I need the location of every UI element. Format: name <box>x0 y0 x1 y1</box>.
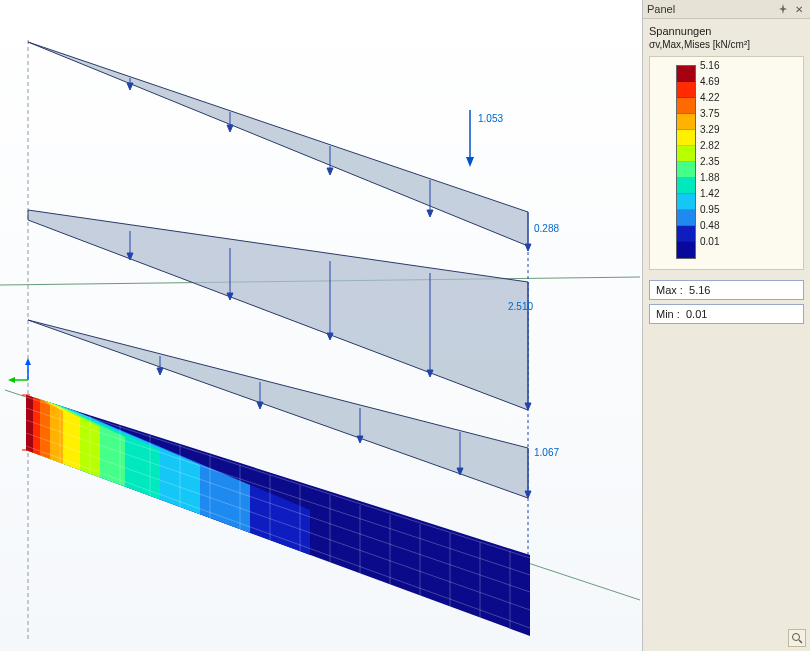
svg-marker-35 <box>357 436 363 443</box>
legend-value: 5.16 <box>700 57 719 73</box>
color-seg <box>677 194 695 210</box>
svg-marker-31 <box>157 368 163 375</box>
legend-unit: [kN/cm²] <box>713 39 750 50</box>
stat-max-value: 5.16 <box>689 284 710 296</box>
legend-value: 1.42 <box>700 185 719 201</box>
load-value-bottom: 1.067 <box>534 447 559 458</box>
color-seg <box>677 82 695 98</box>
viewport-3d[interactable]: 1.053 0.288 2.51 <box>0 0 642 651</box>
color-seg <box>677 98 695 114</box>
legend-box: 5.16 4.69 4.22 3.75 3.29 2.82 2.35 1.88 … <box>649 56 804 270</box>
legend-value: 3.29 <box>700 121 719 137</box>
stat-min: Min : 0.01 <box>649 304 804 324</box>
svg-marker-1 <box>25 358 31 365</box>
load-value-top: 1.053 <box>478 113 503 124</box>
color-seg <box>677 210 695 226</box>
svg-marker-12 <box>427 210 433 217</box>
color-seg <box>677 226 695 242</box>
color-seg <box>677 162 695 178</box>
axis-triad <box>8 358 31 383</box>
legend-value: 0.95 <box>700 201 719 217</box>
legend-subtitle: σv,Max,Mises [kN/cm²] <box>649 39 804 50</box>
legend-value: 1.88 <box>700 169 719 185</box>
color-bar <box>676 65 696 259</box>
legend-title: Spannungen <box>649 25 804 37</box>
color-seg <box>677 178 695 194</box>
panel-title: Panel <box>647 3 774 15</box>
stress-contour-plot <box>22 390 530 636</box>
svg-marker-4 <box>28 42 528 246</box>
svg-marker-8 <box>227 125 233 132</box>
legend-value: 0.01 <box>700 233 719 249</box>
svg-marker-15 <box>466 157 474 167</box>
color-seg <box>677 66 695 82</box>
stat-max-label: Max : <box>656 284 683 296</box>
color-seg <box>677 146 695 162</box>
zoom-icon[interactable] <box>788 629 806 647</box>
legend-value: 2.82 <box>700 137 719 153</box>
svg-marker-10 <box>327 168 333 175</box>
stat-min-label: Min : <box>656 308 680 320</box>
stat-min-value: 0.01 <box>686 308 707 320</box>
panel-footer <box>643 625 810 651</box>
close-icon[interactable]: ✕ <box>792 2 806 16</box>
stats-block: Max : 5.16 Min : 0.01 <box>649 280 804 328</box>
svg-marker-24 <box>327 333 333 340</box>
pin-icon[interactable] <box>776 2 790 16</box>
viewport-canvas: 1.053 0.288 2.51 <box>0 0 642 651</box>
svg-marker-33 <box>257 402 263 409</box>
load-value-mid1: 0.288 <box>534 223 559 234</box>
side-panel: Panel ✕ Spannungen σv,Max,Mises [kN/cm²] <box>642 0 810 651</box>
legend-value: 2.35 <box>700 153 719 169</box>
load-value-mid2: 2.510 <box>508 301 533 312</box>
color-seg <box>677 114 695 130</box>
color-seg <box>677 130 695 146</box>
svg-marker-3 <box>8 377 15 383</box>
stat-max: Max : 5.16 <box>649 280 804 300</box>
legend-value: 0.48 <box>700 217 719 233</box>
svg-line-77 <box>799 640 802 643</box>
panel-header: Panel ✕ <box>643 0 810 19</box>
legend-variable: σv,Max,Mises <box>649 39 710 50</box>
color-bar-labels: 5.16 4.69 4.22 3.75 3.29 2.82 2.35 1.88 … <box>700 57 719 249</box>
legend: Spannungen σv,Max,Mises [kN/cm²] <box>643 19 810 270</box>
legend-value: 4.69 <box>700 73 719 89</box>
color-seg <box>677 242 695 258</box>
svg-point-76 <box>793 634 800 641</box>
legend-value: 4.22 <box>700 89 719 105</box>
legend-value: 3.75 <box>700 105 719 121</box>
svg-marker-6 <box>127 83 133 90</box>
load-diagram-1: 1.053 <box>28 42 531 251</box>
